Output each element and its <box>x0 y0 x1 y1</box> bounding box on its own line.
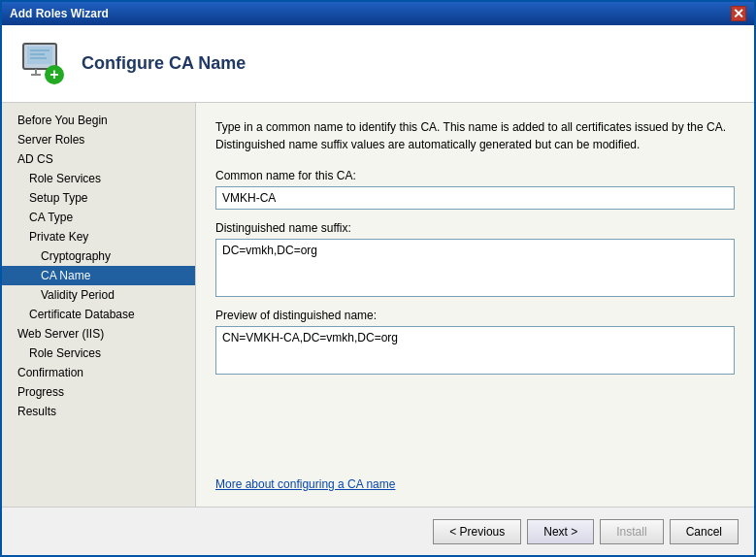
previous-button[interactable]: < Previous <box>433 519 521 544</box>
sidebar-item-private-key[interactable]: Private Key <box>2 227 195 246</box>
svg-rect-1 <box>27 47 52 64</box>
install-button: Install <box>600 519 663 544</box>
wizard-header: + Configure CA Name <box>2 25 754 103</box>
description-text: Type in a common name to identify this C… <box>215 118 735 153</box>
sidebar-item-progress[interactable]: Progress <box>2 382 195 402</box>
common-name-label: Common name for this CA: <box>215 169 735 182</box>
sidebar-item-certificate-database[interactable]: Certificate Database <box>2 305 195 324</box>
common-name-input[interactable] <box>215 186 735 210</box>
sidebar-item-role-services-iis[interactable]: Role Services <box>2 344 195 363</box>
sidebar-item-role-services[interactable]: Role Services <box>2 169 195 188</box>
dn-suffix-label: Distinguished name suffix: <box>215 221 735 235</box>
sidebar-item-results[interactable]: Results <box>2 402 195 421</box>
sidebar: Before You Begin Server Roles AD CS Role… <box>2 103 196 507</box>
sidebar-item-server-roles[interactable]: Server Roles <box>2 130 195 149</box>
sidebar-item-ca-name[interactable]: CA Name <box>2 266 195 285</box>
sidebar-item-cryptography[interactable]: Cryptography <box>2 246 195 266</box>
next-button[interactable]: Next > <box>527 519 594 544</box>
add-roles-wizard-window: Add Roles Wizard ✕ + Configure CA Name <box>0 0 756 557</box>
cancel-button[interactable]: Cancel <box>670 519 739 544</box>
sidebar-item-setup-type[interactable]: Setup Type <box>2 188 195 208</box>
monitor-icon-svg: + <box>17 40 66 88</box>
window-title: Add Roles Wizard <box>10 7 109 20</box>
titlebar: Add Roles Wizard ✕ <box>2 2 754 25</box>
more-about-link[interactable]: More about configuring a CA name <box>215 458 735 491</box>
wizard-icon: + <box>17 40 66 88</box>
page-title: Configure CA Name <box>82 53 246 74</box>
sidebar-item-validity-period[interactable]: Validity Period <box>2 285 195 305</box>
dn-suffix-input[interactable]: DC=vmkh,DC=org <box>215 239 735 297</box>
svg-rect-3 <box>31 74 41 76</box>
sidebar-item-confirmation[interactable]: Confirmation <box>2 363 195 382</box>
content-area: Before You Begin Server Roles AD CS Role… <box>2 103 754 507</box>
preview-label: Preview of distinguished name: <box>215 309 735 322</box>
main-content: Type in a common name to identify this C… <box>196 103 754 507</box>
close-button[interactable]: ✕ <box>731 6 746 21</box>
sidebar-item-ca-type[interactable]: CA Type <box>2 208 195 227</box>
sidebar-item-before-you-begin[interactable]: Before You Begin <box>2 111 195 130</box>
svg-text:+: + <box>49 66 58 82</box>
preview-value: CN=VMKH-CA,DC=vmkh,DC=org <box>215 326 735 375</box>
sidebar-item-ad-cs[interactable]: AD CS <box>2 149 195 169</box>
wizard-footer: < Previous Next > Install Cancel <box>2 507 754 555</box>
sidebar-item-web-server-iis[interactable]: Web Server (IIS) <box>2 324 195 344</box>
